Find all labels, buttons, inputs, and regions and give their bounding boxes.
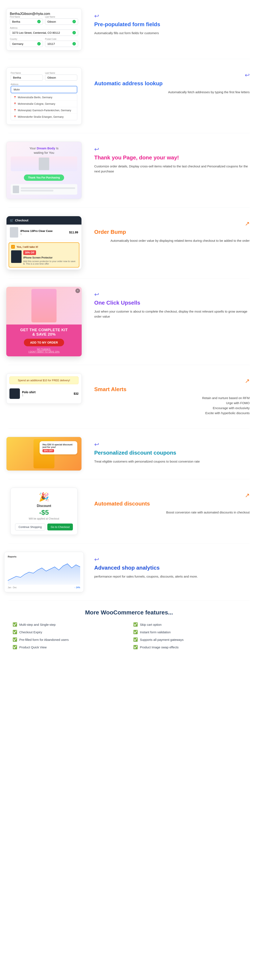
- suggestion-text-2: Mohrenstraße Cologne, Germany: [18, 102, 55, 105]
- country-label: Country: [10, 38, 43, 40]
- section-smart-alerts: ↗ Smart Alerts Retain and nurture based …: [0, 365, 258, 428]
- suggestion-text-4: Möhrendorfer Straße Erlangen, Germany: [18, 115, 64, 118]
- address-value: 3273 Leo Street, Centennial, CO 80112: [12, 31, 60, 34]
- check-icon-2: ✅: [133, 622, 138, 627]
- woman-image: [32, 289, 57, 322]
- smart-alert-feature-3: Encourage with exclusivity: [94, 406, 250, 410]
- discount-popup: 🎉 Discount -$5 Will be applied at Checko…: [11, 488, 78, 535]
- feature-item-text-2: Skip cart option: [140, 623, 161, 626]
- thankyou-hero-text: Your Dream Body Iswaiting for You: [11, 146, 77, 155]
- no-thanks-line1: NO THANKS,: [37, 348, 51, 350]
- al-address-input[interactable]: Mohr: [11, 86, 77, 93]
- analytics-card: Reports Jan - Dec ↑ 24%: [4, 552, 84, 592]
- upsells-text: ↩ One Click Upsells Just when your custo…: [90, 287, 254, 323]
- bump-checkbox[interactable]: ✓: [11, 245, 15, 249]
- suggestion-3[interactable]: 📍 Mohrenplatz Garmisch-Partenkirchen, Ge…: [11, 107, 77, 114]
- item-price: $32: [74, 392, 78, 395]
- product-info: iPhone 13Pro Clear Case 1: [10, 227, 53, 237]
- upsell-title-line2: & SAVE 20%: [32, 332, 56, 336]
- section-pre-populated: BerthaJGibson@rhyta.com First Name Berth…: [0, 0, 258, 59]
- item-details: Polo shirt 1: [22, 390, 74, 397]
- section-upsells: × GET THE COMPLETE KIT & SAVE 20% ADD TO…: [0, 278, 258, 365]
- item-name: Polo shirt: [22, 390, 74, 394]
- thankyou-hero: Your Dream Body Iswaiting for You Thank …: [6, 142, 81, 199]
- check-icon-6: ✅: [133, 637, 138, 642]
- thankyou-card: Your Dream Body Iswaiting for You Thank …: [6, 142, 82, 199]
- upsell-title: GET THE COMPLETE KIT & SAVE 20%: [10, 328, 78, 337]
- smart-alert-feature-4: Excite with hyperbolic discounts: [94, 410, 250, 416]
- personalized-coupons-arrow: ↩: [94, 441, 250, 448]
- alert-card: Spend an additional $10 for FREE deliver…: [6, 373, 82, 404]
- section-automated-discounts: ↗ Automated discounts Boost conversion r…: [0, 479, 258, 543]
- address-lookup-text: ↩ Automatic address lookup Automatically…: [90, 67, 254, 99]
- features-grid: ✅ Multi-step and Single-step ✅ Skip cart…: [13, 622, 245, 649]
- upsell-add-btn[interactable]: ADD TO MY ORDER: [24, 339, 64, 346]
- upsell-no-thanks[interactable]: NO THANKS, I DON'T WANT TO SAVE 20%: [10, 348, 78, 353]
- bump-product-name: iPhone Screen Protector: [23, 256, 77, 259]
- al-address-label: Address: [11, 83, 77, 86]
- check-icon-5: ✅: [13, 637, 17, 642]
- postal-label: Postal Code: [45, 38, 78, 40]
- address-lookup-title: Automatic address lookup: [94, 80, 250, 87]
- suggestion-1[interactable]: 📍 Mohrenstraße Berlin, Germany: [11, 94, 77, 101]
- postal-value: 10117: [47, 42, 55, 45]
- no-thanks-line2: I DON'T WANT TO SAVE 20%: [29, 350, 60, 353]
- order-bump-title: Order Bump: [94, 229, 250, 235]
- first-name-value: Bertha: [12, 20, 20, 23]
- thankyou-desc: Customize order details, Display cross-s…: [94, 164, 250, 174]
- bump-discount-badge: 30% Off: [23, 250, 36, 255]
- personalized-card: Hey Elli! A special discount just for yo…: [6, 437, 82, 471]
- first-name-label: First Name: [10, 16, 43, 18]
- thankyou-visual: Your Dream Body Iswaiting for You Thank …: [4, 142, 84, 199]
- suggestion-4[interactable]: 📍 Möhrendorfer Straße Erlangen, Germany: [11, 114, 77, 120]
- personalized-coupons-desc: Treat eligible customers with personaliz…: [94, 459, 250, 464]
- check-icon-1: ✅: [13, 622, 17, 627]
- address-lookup-arrow: ↩: [94, 72, 250, 78]
- upsell-popup: × GET THE COMPLETE KIT & SAVE 20% ADD TO…: [6, 287, 82, 356]
- section-thankyou: Your Dream Body Iswaiting for You Thank …: [0, 133, 258, 207]
- feature-item-text-8: Product Image swap effects: [140, 646, 178, 649]
- upsells-desc: Just when your customer is about to comp…: [94, 309, 250, 319]
- upsells-arrow: ↩: [94, 291, 250, 298]
- go-to-checkout-button[interactable]: Go to Checkout: [47, 523, 73, 530]
- check-icon-country: ✓: [37, 42, 41, 45]
- thankyou-title: Thank you Page, done your way!: [94, 154, 250, 161]
- feature-item-text-1: Multi-step and Single-step: [19, 623, 56, 626]
- more-features-title: More WooCommerce features...: [13, 609, 245, 616]
- speech-greeting: Hey Elli! A special discount just for yo…: [43, 443, 74, 448]
- bump-product-img: [11, 250, 22, 263]
- continue-shopping-button[interactable]: Continue Shopping: [15, 523, 45, 530]
- address-suggestions-list: 📍 Mohrenstraße Berlin, Germany 📍 Mohrens…: [11, 94, 77, 120]
- analytics-chart: [8, 560, 80, 585]
- check-icon-3: ✅: [13, 630, 17, 634]
- discount-amount: -$5: [15, 509, 73, 516]
- al-last-name-label: Last Name: [45, 72, 77, 74]
- last-name-value: Gibson: [47, 20, 56, 23]
- address-label: Address: [10, 27, 78, 29]
- cart-item-row: Polo shirt 1 $32: [10, 387, 78, 401]
- suggestion-text-3: Mohrenplatz Garmisch-Partenkirchen, Germ…: [18, 109, 71, 112]
- discount-buttons: Continue Shopping Go to Checkout: [15, 523, 73, 530]
- feature-item-text-7: Product Quick View: [19, 646, 47, 649]
- discount-icon: 🎉: [15, 492, 73, 502]
- phone-case-img: [10, 227, 18, 237]
- pre-populated-visual: BerthaJGibson@rhyta.com First Name Berth…: [4, 8, 84, 51]
- upsell-bottom: GET THE COMPLETE KIT & SAVE 20% ADD TO M…: [6, 325, 82, 356]
- section-advanced-analytics: Reports Jan - Dec ↑ 24%: [0, 543, 258, 601]
- upsell-close-icon[interactable]: ×: [75, 288, 80, 293]
- product-name: iPhone 13Pro Clear Case: [20, 229, 53, 232]
- speech-bubble: Hey Elli! A special discount just for yo…: [40, 441, 77, 454]
- pre-populated-form-card: BerthaJGibson@rhyta.com First Name Berth…: [6, 8, 82, 51]
- cart-icon: 🛒: [10, 219, 13, 222]
- advanced-analytics-title: Advanced shop analytics: [94, 565, 250, 571]
- bump-product-row: 30% Off iPhone Screen Protector Add this…: [11, 250, 77, 265]
- bump-checkbox-row: ✓ Yes, I will take it!: [11, 245, 77, 249]
- advanced-analytics-desc: performance report for sales funnels, co…: [94, 574, 250, 579]
- order-bump-arrow: ↗: [94, 220, 250, 227]
- suggestion-2[interactable]: 📍 Mohrenstraße Cologne, Germany: [11, 101, 77, 107]
- order-bump-desc: Automatically boost order value by displ…: [94, 238, 250, 243]
- checkout-product-row: iPhone 13Pro Clear Case 1 $11.99: [6, 224, 81, 240]
- automated-discounts-title: Automated discounts: [94, 501, 250, 507]
- feature-item-text-5: Pre-filled form for Abandoned users: [19, 638, 69, 641]
- pre-populated-text: ↩ Pre-populated form fields Automaticall…: [90, 8, 254, 40]
